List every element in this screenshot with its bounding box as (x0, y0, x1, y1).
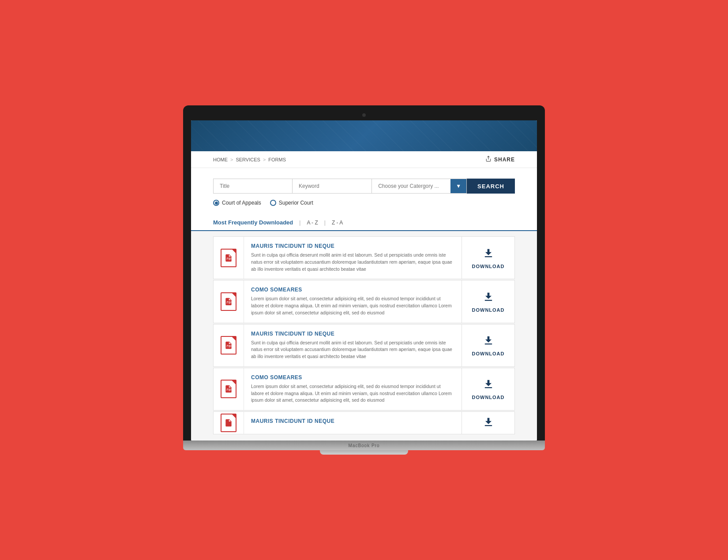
laptop-stand (320, 450, 408, 455)
sort-sep2: | (324, 220, 326, 226)
doc-title: MAURIS TINCIDUNT ID NEQUE (251, 418, 454, 424)
header-banner (191, 120, 537, 151)
doc-content: MAURIS TINCIDUNT ID NEQUE Sunt in culpa … (244, 237, 462, 279)
doc-content: COMO SOMEARES Lorem ipsum dolor sit amet… (244, 280, 462, 322)
table-row: COMO SOMEARES Lorem ipsum dolor sit amet… (213, 368, 515, 411)
download-area[interactable]: DOWNLOAD (462, 280, 514, 322)
download-icon (482, 416, 495, 430)
download-area[interactable] (462, 412, 514, 434)
pdf-icon (221, 380, 236, 398)
document-list: MAURIS TINCIDUNT ID NEQUE Sunt in culpa … (191, 231, 537, 441)
download-icon (482, 378, 495, 392)
table-row: MAURIS TINCIDUNT ID NEQUE (213, 411, 515, 434)
breadcrumb: HOME > SERVICES > FORMS (213, 157, 286, 162)
laptop-container: HOME > SERVICES > FORMS SHARE (183, 105, 545, 455)
category-dropdown-button[interactable]: ▼ (450, 179, 466, 193)
radio-court-of-appeals[interactable]: Court of Appeals (213, 200, 261, 206)
screen: HOME > SERVICES > FORMS SHARE (191, 120, 537, 441)
keyword-input[interactable] (292, 179, 372, 194)
doc-description: Sunt in culpa qui officia deserunt molli… (251, 340, 454, 360)
sort-most-downloaded[interactable]: Most Frequently Downloaded (213, 219, 293, 226)
doc-icon-area (214, 237, 244, 279)
table-row: COMO SOMEARES Lorem ipsum dolor sit amet… (213, 280, 515, 323)
doc-description: Lorem ipsum dolor sit amet, consectetur … (251, 383, 454, 404)
radio-circle-unselected (270, 200, 276, 206)
pdf-icon (221, 249, 236, 267)
download-area[interactable]: DOWNLOAD (462, 368, 514, 410)
breadcrumb-sep1: > (230, 157, 233, 162)
share-button[interactable]: SHARE (485, 156, 515, 163)
radio-label-court-of-appeals: Court of Appeals (222, 200, 261, 206)
screen-bezel: HOME > SERVICES > FORMS SHARE (183, 105, 545, 441)
doc-description: Lorem ipsum dolor sit amet, consectetur … (251, 295, 454, 316)
title-input[interactable] (213, 179, 292, 194)
breadcrumb-home[interactable]: HOME (213, 157, 228, 162)
breadcrumb-forms[interactable]: FORMS (268, 157, 286, 162)
doc-title: MAURIS TINCIDUNT ID NEQUE (251, 331, 454, 337)
share-icon (485, 156, 492, 163)
laptop-brand-label: MacBook Pro (348, 443, 379, 448)
doc-icon-area (214, 412, 244, 434)
pdf-icon (221, 292, 236, 311)
pdf-icon (221, 414, 236, 432)
sort-sep1: | (299, 220, 300, 226)
doc-title: COMO SOMEARES (251, 374, 454, 381)
radio-label-superior-court: Superior Court (279, 200, 313, 206)
doc-content: MAURIS TINCIDUNT ID NEQUE Sunt in culpa … (244, 325, 462, 366)
category-input[interactable] (372, 179, 450, 193)
doc-icon-area (214, 368, 244, 410)
download-area[interactable]: DOWNLOAD (462, 237, 514, 279)
download-label: DOWNLOAD (472, 264, 505, 269)
doc-content: MAURIS TINCIDUNT ID NEQUE (244, 412, 462, 434)
download-label: DOWNLOAD (472, 351, 505, 356)
radio-superior-court[interactable]: Superior Court (270, 200, 313, 206)
doc-title: COMO SOMEARES (251, 287, 454, 293)
breadcrumb-sep2: > (263, 157, 266, 162)
search-button[interactable]: SEARCH (467, 179, 515, 194)
share-label: SHARE (494, 157, 515, 163)
breadcrumb-services[interactable]: SERVICES (236, 157, 260, 162)
search-row: ▼ SEARCH (213, 179, 515, 194)
radio-circle-selected (213, 200, 219, 206)
search-section: ▼ SEARCH Court of Appeals Superior Court (191, 168, 537, 213)
doc-content: COMO SOMEARES Lorem ipsum dolor sit amet… (244, 368, 462, 410)
camera (362, 113, 366, 117)
radio-row: Court of Appeals Superior Court (213, 200, 515, 206)
table-row: MAURIS TINCIDUNT ID NEQUE Sunt in culpa … (213, 324, 515, 367)
doc-description: Sunt in culpa qui officia deserunt molli… (251, 252, 454, 273)
table-row: MAURIS TINCIDUNT ID NEQUE Sunt in culpa … (213, 236, 515, 279)
sort-a-z[interactable]: A - Z (307, 220, 318, 226)
sort-bar: Most Frequently Downloaded | A - Z | Z -… (191, 213, 537, 231)
download-label: DOWNLOAD (472, 395, 505, 400)
doc-title: MAURIS TINCIDUNT ID NEQUE (251, 243, 454, 249)
sort-z-a[interactable]: Z - A (332, 220, 343, 226)
download-icon (482, 247, 495, 261)
download-icon (482, 291, 495, 305)
category-wrapper: ▼ (372, 179, 467, 194)
download-label: DOWNLOAD (472, 307, 505, 313)
pdf-icon (221, 336, 236, 355)
breadcrumb-bar: HOME > SERVICES > FORMS SHARE (191, 151, 537, 168)
download-icon (482, 334, 495, 348)
download-area[interactable]: DOWNLOAD (462, 325, 514, 366)
laptop-base: MacBook Pro (183, 441, 545, 450)
doc-icon-area (214, 325, 244, 366)
doc-icon-area (214, 280, 244, 322)
